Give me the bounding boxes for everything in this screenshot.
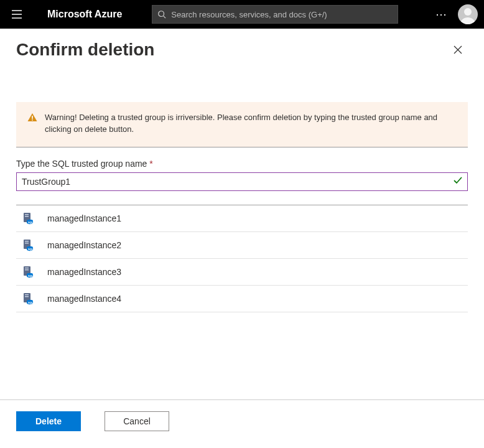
svg-line-1	[164, 16, 166, 19]
footer: Delete Cancel	[0, 399, 484, 442]
global-search[interactable]	[152, 5, 398, 24]
delete-button[interactable]: Delete	[16, 411, 81, 431]
brand-label: Microsoft Azure	[34, 9, 128, 20]
svg-rect-12	[25, 243, 29, 243]
more-button[interactable]: ⋯	[429, 7, 454, 21]
svg-rect-17	[25, 269, 29, 270]
list-item: SQL managedInstance3	[16, 259, 468, 286]
close-icon	[453, 45, 463, 55]
svg-rect-7	[25, 216, 29, 217]
svg-text:SQL: SQL	[28, 220, 34, 223]
list-item: SQL managedInstance2	[16, 232, 468, 259]
validation-check-icon	[453, 175, 463, 188]
search-icon	[157, 10, 166, 19]
svg-rect-16	[25, 268, 29, 268]
field-label: Type the SQL trusted group name *	[16, 159, 468, 169]
warning-icon	[27, 112, 37, 136]
user-icon	[458, 4, 478, 24]
list-item: SQL managedInstance4	[16, 286, 468, 312]
sql-instance-icon: SQL	[21, 292, 35, 306]
svg-rect-6	[25, 214, 29, 215]
warning-text: Warning! Deleting a trusted group is irr…	[45, 112, 457, 136]
svg-rect-3	[32, 116, 33, 119]
sql-instance-icon: SQL	[21, 265, 35, 279]
cancel-button[interactable]: Cancel	[105, 411, 169, 431]
instance-list: SQL managedInstance1 SQL managedInstance…	[16, 205, 468, 312]
close-button[interactable]	[448, 40, 468, 60]
svg-rect-21	[25, 294, 29, 295]
hamburger-menu-button[interactable]	[6, 4, 27, 25]
panel-header: Confirm deletion	[0, 29, 484, 66]
panel-title: Confirm deletion	[16, 40, 154, 60]
topbar: Microsoft Azure ⋯	[0, 0, 484, 29]
instance-name: managedInstance2	[47, 240, 121, 250]
warning-banner: Warning! Deleting a trusted group is irr…	[16, 102, 468, 147]
svg-rect-4	[32, 119, 33, 121]
list-item: SQL managedInstance1	[16, 205, 468, 232]
field-label-text: Type the SQL trusted group name	[16, 159, 147, 169]
instance-name: managedInstance4	[47, 294, 121, 304]
svg-rect-11	[25, 241, 29, 241]
user-avatar[interactable]	[458, 4, 478, 24]
sql-instance-icon: SQL	[21, 238, 35, 252]
required-marker: *	[149, 159, 152, 169]
svg-text:SQL: SQL	[28, 247, 34, 250]
hamburger-icon	[11, 9, 22, 20]
svg-point-2	[464, 8, 472, 16]
instance-name: managedInstance3	[47, 267, 121, 277]
svg-rect-22	[25, 296, 29, 297]
group-name-input-wrap	[16, 172, 468, 191]
search-input[interactable]	[166, 10, 393, 19]
svg-text:SQL: SQL	[28, 274, 34, 277]
instance-name: managedInstance1	[47, 213, 121, 223]
svg-point-0	[159, 11, 164, 17]
group-name-input[interactable]	[16, 172, 468, 191]
sql-instance-icon: SQL	[21, 212, 35, 225]
svg-text:SQL: SQL	[28, 301, 34, 304]
